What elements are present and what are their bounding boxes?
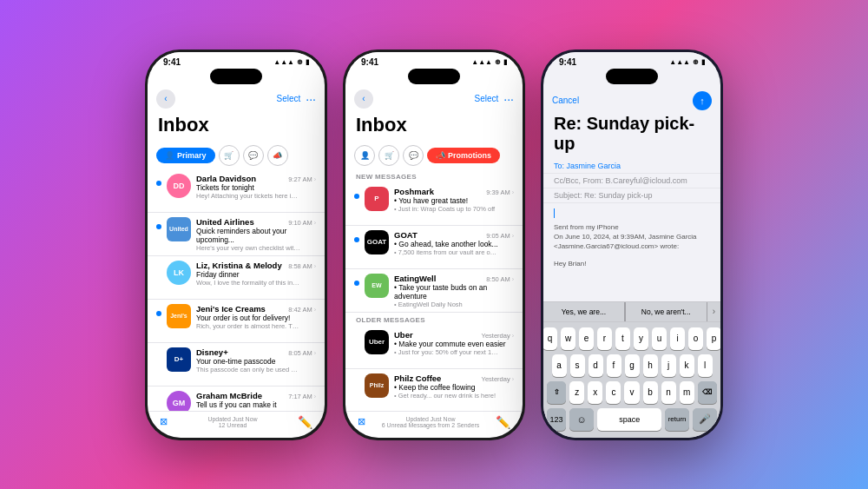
key-g[interactable]: g bbox=[625, 354, 640, 377]
key-m[interactable]: m bbox=[680, 381, 694, 404]
mail-item-2-5[interactable]: Philz Philz Coffee Yesterday › • Keep th… bbox=[345, 369, 523, 411]
back-button-2[interactable]: ‹ bbox=[354, 89, 373, 109]
preview-1-3: Wow, I love the formality of this invite… bbox=[196, 279, 300, 287]
preview-2-2: • 7,500 items from our vault are on view… bbox=[394, 248, 498, 256]
mail-item-2-3[interactable]: EW EatingWell 8:50 AM › • Take your tast… bbox=[345, 269, 523, 313]
key-q[interactable]: q bbox=[543, 327, 557, 350]
mail-item-1-6[interactable]: GM Graham McBride 7:17 AM › Tell us if y… bbox=[148, 387, 325, 411]
key-o[interactable]: o bbox=[688, 327, 703, 350]
promo-icon: 📣 bbox=[273, 151, 282, 160]
key-w[interactable]: w bbox=[561, 327, 575, 350]
cancel-button[interactable]: Cancel bbox=[552, 96, 579, 105]
subject-value: Subject: Re: Sunday pick-up bbox=[554, 191, 653, 200]
chat-icon: 💬 bbox=[248, 151, 258, 160]
preview-1-2: Here's your very own checklist with what… bbox=[196, 244, 300, 252]
autocomplete-item-1[interactable]: Yes, we are... bbox=[543, 302, 625, 321]
key-h[interactable]: h bbox=[643, 354, 658, 377]
key-n[interactable]: n bbox=[661, 381, 676, 404]
tab-social-2[interactable]: 💬 bbox=[403, 145, 424, 166]
tab-shopping[interactable]: 🛒 bbox=[219, 145, 240, 166]
key-p[interactable]: p bbox=[707, 327, 720, 350]
compose-icon-1[interactable]: ✏️ bbox=[298, 415, 312, 429]
quoted-body: Hey Brian! bbox=[554, 260, 710, 268]
status-bar-2: 9:41 ▲▲▲ ⊛ ▮ bbox=[345, 52, 523, 69]
key-t[interactable]: t bbox=[615, 327, 630, 350]
read-spacer-1-3 bbox=[156, 261, 161, 266]
key-l[interactable]: l bbox=[698, 354, 713, 377]
kb-row-2: a s d f g h j k l bbox=[547, 354, 717, 377]
status-time-2: 9:41 bbox=[361, 57, 378, 67]
select-button-2[interactable]: Select bbox=[475, 94, 499, 103]
preview-2-3: • EatingWell Daily Nosh bbox=[394, 301, 498, 308]
key-shift[interactable]: ⇧ bbox=[547, 381, 566, 404]
key-emoji[interactable]: ☺ bbox=[569, 408, 594, 431]
subject-2-4: • Make your commute even easier bbox=[394, 340, 514, 348]
key-123[interactable]: 123 bbox=[547, 408, 566, 431]
mail-item-2-2[interactable]: GOAT GOAT 9:05 AM › • Go ahead, take ano… bbox=[345, 226, 523, 269]
bottom-bar-1: ⊠ Updated Just Now12 Unread ✏️ bbox=[148, 411, 325, 438]
mail-item-2-1[interactable]: P Poshmark 9:39 AM › • You have great ta… bbox=[345, 182, 523, 226]
tab-social[interactable]: 💬 bbox=[243, 145, 264, 166]
section-older-label: OLDER MESSAGES bbox=[345, 313, 523, 326]
sender-1-2: United Airlines bbox=[196, 217, 254, 227]
select-button-1[interactable]: Select bbox=[277, 94, 301, 103]
key-a[interactable]: a bbox=[552, 354, 567, 377]
unread-dot-1-4 bbox=[156, 311, 161, 316]
tab-shopping-2[interactable]: 🛒 bbox=[378, 145, 399, 166]
subject-2-2: • Go ahead, take another look... bbox=[394, 240, 514, 248]
time-1-6: 7:17 AM › bbox=[288, 393, 316, 400]
key-space[interactable]: space bbox=[597, 408, 661, 431]
key-u[interactable]: u bbox=[652, 327, 667, 350]
compose-cc-field: Cc/Bcc, From: B.Careyful@icloud.com bbox=[543, 174, 720, 188]
key-mic[interactable]: 🎤 bbox=[693, 408, 717, 431]
mail-item-2-4[interactable]: Uber Uber Yesterday › • Make your commut… bbox=[345, 326, 523, 369]
sender-1-1: Darla Davidson bbox=[196, 174, 256, 183]
more-button-2[interactable]: ··· bbox=[503, 93, 514, 105]
mailbox-icon-2[interactable]: ⊠ bbox=[358, 416, 365, 427]
subject-1-4: Your order is out for delivery! bbox=[196, 314, 316, 322]
read-spacer-2-5 bbox=[354, 373, 359, 379]
status-time-1: 9:41 bbox=[163, 57, 181, 67]
mail-item-1-4[interactable]: Jeni's Jeni's Ice Creams 8:42 AM › Your … bbox=[148, 300, 325, 343]
tab-primary-2[interactable]: 👤 bbox=[354, 145, 375, 166]
more-button-1[interactable]: ··· bbox=[306, 93, 316, 105]
mailbox-icon-1[interactable]: ⊠ bbox=[160, 416, 168, 427]
mail-item-1-3[interactable]: LK Liz, Kristina & Melody 8:58 AM › Frid… bbox=[148, 256, 325, 300]
key-delete[interactable]: ⌫ bbox=[698, 381, 717, 404]
mail-item-1-2[interactable]: United United Airlines 9:10 AM › Quick r… bbox=[148, 213, 325, 256]
key-k[interactable]: k bbox=[680, 354, 694, 377]
mail-content-1-1: Darla Davidson 9:27 AM › Tickets for ton… bbox=[196, 174, 316, 200]
compose-body[interactable]: Sent from my iPhone On June 10, 2024, at… bbox=[543, 203, 720, 301]
send-button[interactable]: ↑ bbox=[693, 91, 712, 110]
compose-to-field: To: Jasmine Garcia bbox=[543, 159, 720, 174]
subject-2-5: • Keep the coffee flowing bbox=[394, 383, 514, 392]
avatar-2-3: EW bbox=[365, 274, 389, 298]
key-s[interactable]: s bbox=[570, 354, 585, 377]
key-c[interactable]: c bbox=[606, 381, 621, 404]
key-i[interactable]: i bbox=[670, 327, 685, 350]
key-b[interactable]: b bbox=[643, 381, 658, 404]
key-v[interactable]: v bbox=[624, 381, 639, 404]
mail-item-1-1[interactable]: DD Darla Davidson 9:27 AM › Tickets for … bbox=[148, 169, 325, 213]
key-z[interactable]: z bbox=[569, 381, 584, 404]
key-f[interactable]: f bbox=[607, 354, 621, 377]
key-d[interactable]: d bbox=[589, 354, 603, 377]
key-j[interactable]: j bbox=[661, 354, 676, 377]
key-r[interactable]: r bbox=[597, 327, 612, 350]
read-spacer-1-6 bbox=[156, 391, 161, 396]
key-e[interactable]: e bbox=[579, 327, 594, 350]
cc-value: Cc/Bcc, From: B.Careyful@icloud.com bbox=[554, 176, 687, 185]
keyboard-toggle[interactable]: › bbox=[707, 302, 720, 321]
tab-primary[interactable]: 👤 Primary bbox=[156, 148, 215, 163]
autocomplete-item-2[interactable]: No, we aren't... bbox=[626, 302, 707, 321]
tab-promos[interactable]: 📣 bbox=[267, 145, 288, 166]
mail-item-1-5[interactable]: D+ Disney+ 8:05 AM › Your one-time passc… bbox=[148, 343, 325, 387]
inbox-title-2: Inbox bbox=[345, 112, 523, 142]
tab-promos-active[interactable]: 📣 Promotions bbox=[427, 148, 500, 163]
compose-icon-2[interactable]: ✏️ bbox=[496, 415, 510, 429]
key-y[interactable]: y bbox=[634, 327, 648, 350]
key-x[interactable]: x bbox=[588, 381, 602, 404]
back-button-1[interactable]: ‹ bbox=[156, 89, 175, 109]
battery-icon-1: ▮ bbox=[306, 58, 309, 66]
key-return[interactable]: return bbox=[665, 408, 689, 431]
